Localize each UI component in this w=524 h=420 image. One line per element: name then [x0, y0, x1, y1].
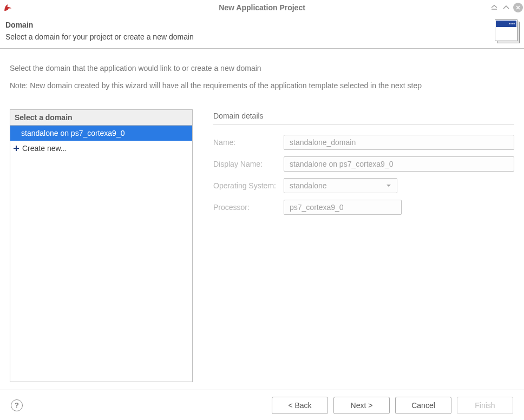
domain-list-header: Select a domain [10, 109, 193, 125]
label-processor: Processor: [213, 203, 284, 212]
label-display-name: Display Name: [213, 160, 284, 168]
banner-subtitle: Select a domain for your project or crea… [5, 32, 487, 41]
back-button[interactable]: < Back [272, 397, 328, 414]
domain-list-column: Select a domain standalone on ps7_cortex… [10, 109, 193, 382]
titlebar: New Application Project [0, 0, 524, 15]
intro-line1: Select the domain that the application w… [10, 64, 514, 73]
minimize-icon[interactable] [489, 3, 499, 12]
svg-rect-4 [14, 148, 19, 149]
domain-details-column: Domain details Name: Display Name: Opera… [213, 109, 514, 382]
close-icon[interactable] [513, 3, 523, 12]
input-processor [284, 200, 402, 215]
banner-title: Domain [5, 21, 487, 29]
next-button-label: Next > [351, 401, 373, 410]
label-name: Name: [213, 138, 284, 147]
finish-button-label: Finish [475, 401, 495, 410]
chevron-down-icon [386, 181, 391, 190]
details-form: Name: Display Name: Operating System: st… [213, 135, 514, 215]
content-area: Select a domain standalone on ps7_cortex… [0, 109, 524, 382]
window-controls [489, 3, 524, 12]
select-os-value: standalone [290, 181, 327, 190]
wizard-banner: Domain Select a domain for your project … [0, 15, 524, 49]
details-title: Domain details [213, 111, 514, 120]
banner-icon: ••• [493, 15, 524, 48]
details-separator [213, 124, 514, 125]
select-os: standalone [284, 178, 397, 193]
window-title: New Application Project [0, 3, 524, 12]
cancel-button[interactable]: Cancel [395, 397, 451, 414]
maximize-icon[interactable] [501, 3, 511, 12]
help-icon: ? [15, 401, 19, 409]
domain-item-standalone[interactable]: standalone on ps7_cortexa9_0 [10, 126, 192, 141]
finish-button: Finish [457, 397, 513, 414]
intro-line2: Note: New domain created by this wizard … [10, 81, 514, 90]
domain-listbox[interactable]: standalone on ps7_cortexa9_0 Create new.… [10, 125, 193, 382]
cancel-button-label: Cancel [411, 401, 435, 410]
label-os: Operating System: [213, 181, 284, 190]
domain-item-create-new[interactable]: Create new... [10, 141, 192, 156]
intro-text: Select the domain that the application w… [0, 49, 524, 109]
plus-icon [12, 145, 20, 152]
next-button[interactable]: Next > [333, 397, 390, 414]
input-display-name [284, 156, 514, 172]
help-button[interactable]: ? [11, 399, 23, 411]
input-name [284, 135, 514, 150]
wizard-button-bar: ? < Back Next > Cancel Finish [0, 390, 524, 420]
domain-item-label: standalone on ps7_cortexa9_0 [21, 129, 125, 137]
back-button-label: < Back [288, 401, 311, 410]
domain-create-new-label: Create new... [22, 144, 67, 153]
app-icon [3, 3, 15, 12]
